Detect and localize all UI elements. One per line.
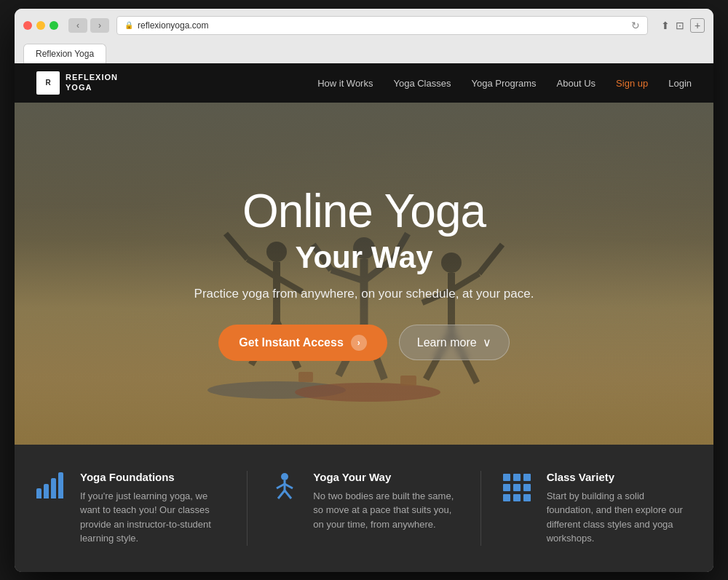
svg-point-26 (281, 473, 288, 480)
hero-section: Online Yoga Your Way Practice yoga from … (15, 103, 713, 445)
url-text: reflexionyoga.com (138, 20, 208, 31)
forward-button[interactable]: › (90, 18, 109, 33)
feature-yoga-foundations-text: Yoga Foundations If you're just learning… (80, 471, 225, 546)
feature-class-variety-title: Class Variety (547, 471, 692, 483)
maximize-button[interactable] (50, 21, 58, 30)
learn-more-button[interactable]: Learn more ∨ (399, 325, 510, 360)
address-bar[interactable]: 🔒 reflexionyoga.com ↻ (116, 16, 648, 35)
reload-icon[interactable]: ↻ (631, 20, 640, 31)
feature-class-variety: Class Variety Start by building a solid … (503, 471, 692, 546)
nav-yoga-classes[interactable]: Yoga Classes (393, 78, 451, 89)
svg-line-30 (278, 490, 285, 498)
svg-line-29 (285, 484, 293, 488)
feature-yoga-your-way-title: Yoga Your Way (313, 471, 458, 483)
nav-signup[interactable]: Sign up (616, 78, 648, 89)
minimize-button[interactable] (36, 21, 45, 30)
chevron-down-icon: ∨ (483, 335, 491, 349)
nav-login[interactable]: Login (668, 78, 692, 89)
nav-yoga-programs[interactable]: Yoga Programs (471, 78, 536, 89)
hero-buttons: Get Instant Access › Learn more ∨ (194, 325, 534, 361)
logo-text: REFLEXION YOGA (66, 73, 118, 92)
hero-title-main: Online Yoga (194, 186, 534, 237)
website-content: R REFLEXION YOGA How it Works Yoga Class… (15, 63, 713, 572)
logo-icon: R (36, 71, 60, 95)
browser-actions: ⬆ ⊡ + (661, 18, 705, 33)
feature-yoga-your-way: Yoga Your Way No two bodies are built th… (269, 471, 458, 532)
feature-yoga-foundations-title: Yoga Foundations (80, 471, 225, 483)
svg-line-28 (277, 484, 285, 488)
browser-window: ‹ › 🔒 reflexionyoga.com ↻ ⬆ ⊡ + Reflexio… (15, 9, 713, 572)
feature-yoga-your-way-desc: No two bodies are built the same, so mov… (313, 489, 458, 532)
active-tab[interactable]: Reflexion Yoga (23, 44, 106, 63)
divider-2 (480, 471, 481, 546)
bars-chart-icon (36, 471, 70, 504)
feature-class-variety-text: Class Variety Start by building a solid … (547, 471, 692, 546)
hero-subtitle: Practice yoga from anywhere, on your sch… (194, 287, 534, 301)
back-button[interactable]: ‹ (68, 18, 87, 33)
divider-1 (247, 471, 248, 546)
share-icon[interactable]: ⬆ (661, 20, 670, 31)
nav-how-it-works[interactable]: How it Works (317, 78, 373, 89)
arrow-icon: › (351, 335, 367, 351)
bookmark-icon[interactable]: ⊡ (676, 20, 684, 31)
svg-line-31 (285, 490, 291, 498)
ssl-lock-icon: 🔒 (124, 21, 133, 29)
hero-title-sub: Your Way (194, 240, 534, 275)
feature-yoga-foundations: Yoga Foundations If you're just learning… (36, 471, 225, 546)
logo[interactable]: R REFLEXION YOGA (36, 71, 118, 95)
browser-chrome: ‹ › 🔒 reflexionyoga.com ↻ ⬆ ⊡ + Reflexio… (15, 9, 713, 63)
features-section: Yoga Foundations If you're just learning… (15, 445, 713, 572)
yoga-person-icon (269, 471, 303, 504)
hero-content: Online Yoga Your Way Practice yoga from … (180, 186, 549, 360)
feature-class-variety-desc: Start by building a solid foundation, an… (547, 489, 692, 546)
traffic-lights (23, 21, 58, 30)
tab-bar: Reflexion Yoga (23, 44, 705, 63)
feature-yoga-foundations-desc: If you're just learning yoga, we want to… (80, 489, 225, 546)
get-instant-access-button[interactable]: Get Instant Access › (218, 325, 387, 361)
close-button[interactable] (23, 21, 32, 30)
grid-blocks-icon (503, 471, 537, 504)
nav-about-us[interactable]: About Us (557, 78, 596, 89)
new-tab-button[interactable]: + (690, 18, 705, 33)
feature-yoga-your-way-text: Yoga Your Way No two bodies are built th… (313, 471, 458, 532)
nav-links: How it Works Yoga Classes Yoga Programs … (317, 76, 692, 90)
navbar: R REFLEXION YOGA How it Works Yoga Class… (15, 63, 713, 103)
